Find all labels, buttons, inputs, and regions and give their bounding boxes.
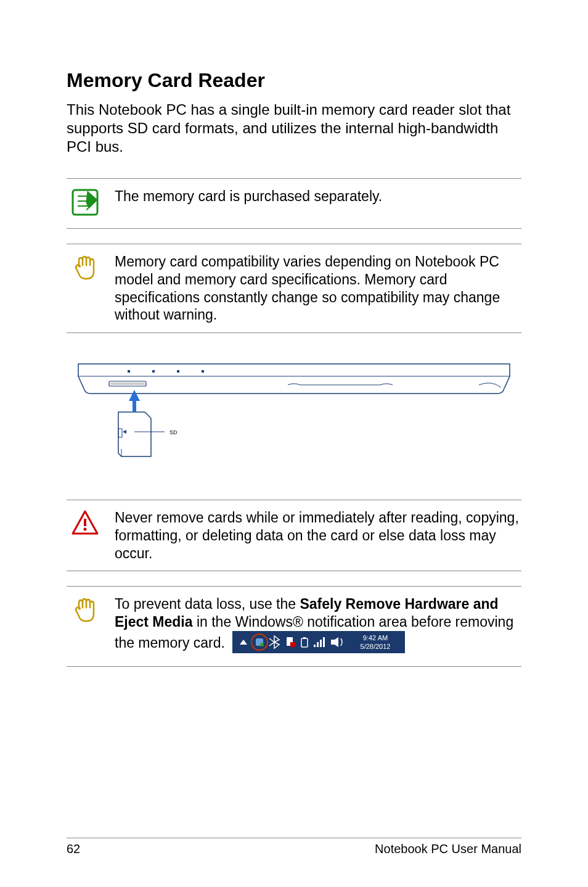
section-heading: Memory Card Reader [67,69,521,92]
svg-rect-27 [303,637,306,639]
svg-rect-31 [323,637,325,647]
svg-text:5/28/2012: 5/28/2012 [361,643,391,650]
page-footer: 62 Notebook PC User Manual [67,838,521,856]
note-purchased-text: The memory card is purchased separately. [115,188,521,205]
note-purchased-block: The memory card is purchased separately. [67,178,521,229]
svg-rect-7 [177,370,179,373]
svg-rect-5 [128,370,130,373]
manual-title: Notebook PC User Manual [375,842,521,856]
laptop-sd-diagram: SD [72,358,516,469]
systray-screenshot: 9:42 AM 5/28/2012 [232,631,405,658]
warning-remove-text: Never remove cards while or immediately … [115,509,521,562]
tip-safely-remove-block: To prevent data loss, use the Safely Rem… [67,586,521,666]
hand-icon [70,595,100,627]
note-compatibility-text: Memory card compatibility varies dependi… [115,253,521,324]
svg-rect-6 [152,370,155,373]
svg-rect-10 [110,382,145,385]
svg-rect-8 [202,370,204,373]
note-compatibility-block: Memory card compatibility varies dependi… [67,244,521,333]
tip-prefix: To prevent data loss, use the [115,596,300,612]
warning-remove-block: Never remove cards while or immediately … [67,500,521,571]
page-number: 62 [67,842,80,856]
svg-text:9:42 AM: 9:42 AM [363,634,388,642]
svg-rect-12 [118,429,122,437]
svg-rect-17 [84,519,86,526]
svg-point-18 [84,528,87,531]
hand-icon [70,253,100,285]
tip-safely-remove-text: To prevent data loss, use the Safely Rem… [115,595,521,657]
svg-rect-29 [317,642,319,647]
intro-paragraph: This Notebook PC has a single built-in m… [67,101,521,156]
diagram-area: SD [67,358,521,469]
svg-rect-30 [320,640,322,647]
svg-point-23 [260,643,264,646]
sd-label: SD [169,429,178,435]
svg-rect-25 [290,642,295,647]
warning-icon [70,509,100,541]
note-icon [70,188,100,220]
svg-marker-15 [123,430,126,434]
svg-rect-28 [314,645,316,647]
